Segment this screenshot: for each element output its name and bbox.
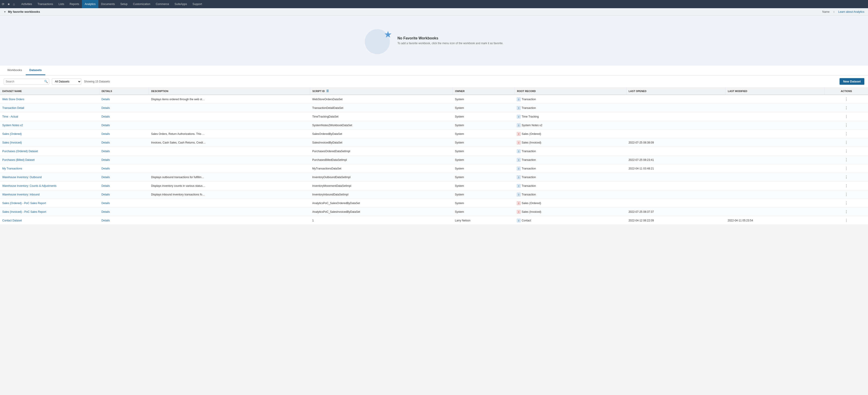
row-actions-button[interactable]: ⋮ [843, 157, 849, 162]
owner-cell: System [453, 138, 515, 147]
dataset-name-link[interactable]: Contact Dataset [2, 219, 22, 222]
row-actions-button[interactable]: ⋮ [843, 123, 849, 128]
dataset-name-link[interactable]: Web Store Orders [2, 98, 24, 101]
col-header-root-record[interactable]: ROOT RECORD [515, 88, 626, 95]
root-record-icon: ☰ [517, 175, 521, 179]
table-row: Warehouse Inventory: Counts & Adjustment… [0, 182, 868, 190]
row-actions-button[interactable]: ⋮ [843, 149, 849, 154]
root-record-cell: ☰ Transaction [517, 167, 536, 171]
nav-item-reports[interactable]: Reports [67, 0, 82, 8]
details-link[interactable]: Details [101, 141, 110, 144]
nav-item-customization[interactable]: Customization [130, 0, 153, 8]
last-opened-cell: 2022-04-11 03:48:21 [626, 164, 725, 173]
name-label: Name [822, 10, 830, 13]
star-icon[interactable]: ★ [7, 2, 10, 6]
dataset-name-link[interactable]: Sales (Invoiced) - PoC Sales Report [2, 210, 46, 213]
dataset-name-link[interactable]: My Transactions [2, 167, 22, 170]
dataset-name-link[interactable]: Purchases (Billed) Dataset [2, 158, 35, 161]
tab-workbooks[interactable]: Workbooks [4, 66, 26, 75]
details-link[interactable]: Details [101, 98, 110, 101]
search-button[interactable]: 🔍 [44, 80, 48, 83]
learn-about-analytics-link[interactable]: Learn about Analytics [838, 10, 864, 13]
history-icon[interactable]: ⟳ [2, 2, 5, 6]
row-actions-button[interactable]: ⋮ [843, 97, 849, 102]
home-icon[interactable]: ⌂ [13, 2, 15, 6]
row-actions-button[interactable]: ⋮ [843, 218, 849, 223]
nav-item-commerce[interactable]: Commerce [153, 0, 172, 8]
details-link[interactable]: Details [101, 176, 110, 179]
col-header-owner[interactable]: OWNER [453, 88, 515, 95]
script-id-cell: TimeTrackingDataSet [310, 112, 453, 121]
col-header-details[interactable]: DETAILS [99, 88, 149, 95]
root-record-icon: ☰ [517, 158, 521, 162]
col-header-last-modified[interactable]: LAST MODIFIED [725, 88, 825, 95]
root-record-cell: ☰ Transaction [517, 193, 536, 196]
dataset-name-link[interactable]: Time - Actual [2, 115, 18, 118]
row-actions-button[interactable]: ⋮ [843, 140, 849, 145]
dataset-name-link[interactable]: Warehouse Inventory: Inbound [2, 193, 40, 196]
nav-item-lists[interactable]: Lists [56, 0, 67, 8]
nav-item-transactions[interactable]: Transactions [35, 0, 56, 8]
last-opened-cell [626, 199, 725, 208]
nav-item-support[interactable]: Support [190, 0, 205, 8]
details-link[interactable]: Details [101, 115, 110, 118]
row-actions-button[interactable]: ⋮ [843, 175, 849, 180]
col-header-script-id[interactable]: SCRIPT ID ☰ [310, 88, 453, 95]
details-link[interactable]: Details [101, 193, 110, 196]
tab-datasets[interactable]: Datasets [26, 66, 45, 75]
sort-icon[interactable]: ↕ [833, 10, 835, 13]
dataset-filter-select[interactable]: All DatasetsMy DatasetsSystem Datasets [52, 79, 81, 85]
dataset-name-link[interactable]: Sales (Invoiced) [2, 141, 22, 144]
row-actions-button[interactable]: ⋮ [843, 209, 849, 214]
script-id-filter-icon[interactable]: ☰ [326, 90, 329, 93]
details-link[interactable]: Details [101, 210, 110, 213]
last-modified-cell [725, 147, 825, 156]
owner-cell: System [453, 208, 515, 216]
details-link[interactable]: Details [101, 150, 110, 153]
row-actions-button[interactable]: ⋮ [843, 166, 849, 171]
col-header-last-opened[interactable]: LAST OPENED [626, 88, 725, 95]
details-link[interactable]: Details [101, 132, 110, 135]
table-row: Purchases (Ordered) Dataset Details Purc… [0, 147, 868, 156]
row-actions-button[interactable]: ⋮ [843, 183, 849, 188]
dataset-name-link[interactable]: Warehouse Inventory: Counts & Adjustment… [2, 184, 57, 187]
details-link[interactable]: Details [101, 202, 110, 205]
table-row: Sales (Ordered) - PoC Sales Report Detai… [0, 199, 868, 208]
details-link[interactable]: Details [101, 167, 110, 170]
dataset-name-link[interactable]: Sales (Ordered) [2, 132, 22, 135]
new-dataset-button[interactable]: New Dataset [840, 78, 864, 85]
script-id-cell: PurchasesOrderedDataSetImpl [310, 147, 453, 156]
root-record-cell: ☰ Sales (Ordered) [517, 201, 541, 205]
details-link[interactable]: Details [101, 184, 110, 187]
last-modified-cell [725, 95, 825, 104]
chevron-down-icon[interactable]: ▼ [4, 10, 6, 13]
nav-item-documents[interactable]: Documents [98, 0, 118, 8]
favorites-section: ★ No Favorite Workbooks To add a favorit… [0, 16, 868, 66]
dataset-name-link[interactable]: System Notes v2 [2, 124, 23, 127]
nav-item-analytics[interactable]: Analytics [82, 0, 98, 8]
owner-cell: System [453, 95, 515, 104]
nav-item-suiteapps[interactable]: SuiteApps [172, 0, 190, 8]
dataset-name-link[interactable]: Transaction Detail [2, 107, 24, 110]
details-link[interactable]: Details [101, 124, 110, 127]
dataset-name-link[interactable]: Sales (Ordered) - PoC Sales Report [2, 202, 46, 205]
row-actions-button[interactable]: ⋮ [843, 105, 849, 111]
owner-cell: System [453, 130, 515, 138]
row-actions-button[interactable]: ⋮ [843, 131, 849, 136]
row-actions-button[interactable]: ⋮ [843, 192, 849, 197]
details-link[interactable]: Details [101, 107, 110, 110]
col-header-description[interactable]: DESCRIPTION [149, 88, 310, 95]
nav-item-setup[interactable]: Setup [118, 0, 130, 8]
owner-cell: System [453, 147, 515, 156]
search-input[interactable] [4, 79, 49, 85]
details-link[interactable]: Details [101, 158, 110, 161]
datasets-table-wrapper: DATASET NAME DETAILS DESCRIPTION SCRIPT … [0, 88, 868, 225]
row-actions-button[interactable]: ⋮ [843, 114, 849, 119]
dataset-name-link[interactable]: Purchases (Ordered) Dataset [2, 150, 38, 153]
nav-item-activities[interactable]: Activities [19, 0, 35, 8]
details-link[interactable]: Details [101, 219, 110, 222]
dataset-name-link[interactable]: Warehouse Inventory: Outbound [2, 176, 42, 179]
col-header-dataset-name[interactable]: DATASET NAME [0, 88, 99, 95]
row-actions-button[interactable]: ⋮ [843, 201, 849, 206]
last-opened-cell [626, 173, 725, 182]
